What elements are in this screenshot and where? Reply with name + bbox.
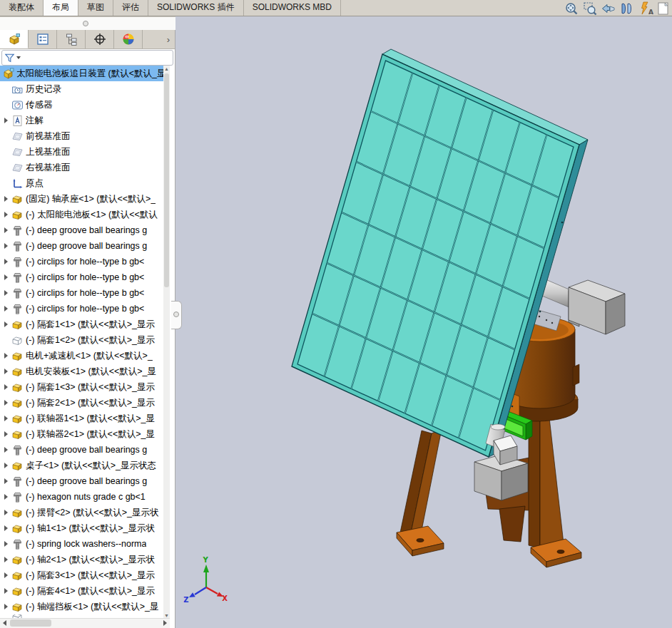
- expand-arrow-icon[interactable]: [4, 447, 8, 453]
- hide-show-annotations-icon[interactable]: [638, 1, 653, 16]
- tab-propertymanager[interactable]: [29, 30, 57, 48]
- tree-item[interactable]: 上视基准面: [0, 144, 163, 160]
- previous-view-icon[interactable]: [601, 1, 616, 16]
- tree-horizontal-scrollbar[interactable]: [0, 618, 170, 628]
- tree-item[interactable]: 电机安装板<1> (默认<<默认>_显: [0, 364, 163, 379]
- tree-item[interactable]: (-) 轴端挡板<1> (默认<<默认>_显: [0, 599, 163, 614]
- panel-grip-dot[interactable]: [83, 21, 88, 26]
- zoom-fit-icon[interactable]: [564, 1, 579, 16]
- expand-arrow-icon[interactable]: [4, 431, 8, 437]
- tree-item[interactable]: (-) deep groove ball bearings g: [0, 473, 163, 489]
- expand-arrow-icon[interactable]: [4, 588, 8, 594]
- right-leg[interactable]: [529, 418, 581, 567]
- vertical-scroll-thumb[interactable]: [164, 73, 169, 287]
- tree-item[interactable]: 传感器: [0, 97, 163, 113]
- tree-item[interactable]: (-) circlips for hole--type b gb<: [0, 285, 163, 301]
- expand-arrow-icon[interactable]: [4, 321, 8, 327]
- tree-item[interactable]: (-) 隔套1<1> (默认<<默认>_显示: [0, 316, 163, 332]
- expand-arrow-icon[interactable]: [4, 557, 8, 562]
- tree-item[interactable]: 注解: [0, 113, 163, 128]
- front-bearing-block[interactable]: [494, 436, 517, 465]
- graphics-viewport[interactable]: Y X Z: [175, 16, 672, 628]
- tree-item[interactable]: (固定) 轴承座<1> (默认<<默认>_: [0, 191, 163, 207]
- tree-item[interactable]: (-) circlips for hole--type b gb<: [0, 269, 163, 285]
- left-leg[interactable]: [397, 429, 444, 556]
- panel-tabs-overflow-chevron[interactable]: ›: [162, 30, 175, 48]
- right-motor-box[interactable]: [569, 280, 625, 334]
- tree-item[interactable]: (-) 太阳能电池板<1> (默认<<默认: [0, 207, 163, 222]
- expand-arrow-icon[interactable]: [4, 353, 8, 359]
- expand-arrow-icon[interactable]: [4, 212, 8, 217]
- expand-slot: [0, 321, 11, 327]
- tree-item-label: 传感器: [26, 99, 53, 111]
- expand-arrow-icon[interactable]: [4, 227, 8, 233]
- expand-arrow-icon[interactable]: [4, 494, 8, 500]
- tree-item[interactable]: (-) circlips for hole--type b gb<: [0, 301, 163, 316]
- expand-arrow-icon[interactable]: [4, 259, 8, 264]
- tab-sketch[interactable]: 草图: [78, 0, 113, 16]
- tree-item-root[interactable]: 太阳能电池板追日装置 (默认<默认_显: [0, 66, 163, 81]
- expand-arrow-icon[interactable]: [4, 118, 8, 123]
- tree-item[interactable]: 前视基准面: [0, 128, 163, 144]
- expand-arrow-icon[interactable]: [4, 369, 8, 374]
- tree-item[interactable]: 原点: [0, 175, 163, 191]
- tree-item[interactable]: 右视基准面: [0, 160, 163, 175]
- scroll-left-icon[interactable]: [3, 620, 6, 626]
- tab-displaymanager[interactable]: [114, 30, 143, 48]
- tree-item[interactable]: 历史记录: [0, 81, 163, 97]
- expand-arrow-icon[interactable]: [4, 416, 8, 421]
- expand-arrow-icon[interactable]: [4, 290, 8, 296]
- tree-item[interactable]: (-) 隔套4<1> (默认<<默认>_显示: [0, 583, 163, 599]
- tab-assembly[interactable]: 装配体: [0, 0, 44, 16]
- tree-item[interactable]: (-) circlips for hole--type b gb<: [0, 254, 163, 269]
- tree-item[interactable]: (-) 隔套1<2> (默认<<默认>_显示: [0, 332, 163, 348]
- section-view-icon[interactable]: [619, 1, 635, 16]
- expand-arrow-icon[interactable]: [4, 604, 8, 609]
- tree-item[interactable]: (-) 隔套3<1> (默认<<默认>_显示: [0, 567, 163, 583]
- horizontal-scroll-thumb[interactable]: [10, 619, 51, 627]
- tree-item[interactable]: (-) deep groove ball bearings g: [0, 222, 163, 238]
- tree-filter-input[interactable]: [1, 50, 173, 66]
- sheet-icon[interactable]: [656, 1, 672, 16]
- tab-featuremanager-tree[interactable]: [0, 30, 29, 48]
- tab-layout[interactable]: 布局: [44, 0, 78, 16]
- tab-solidworks-mbd[interactable]: SOLIDWORKS MBD: [244, 0, 341, 16]
- scroll-up-icon[interactable]: ▲: [163, 66, 170, 72]
- expand-arrow-icon[interactable]: [4, 572, 8, 578]
- expand-arrow-icon[interactable]: [4, 541, 8, 547]
- tree-item[interactable]: 电机+减速机<1> (默认<<默认>_: [0, 348, 163, 364]
- tree-item[interactable]: (-) spring lock washers--norma: [0, 536, 163, 552]
- tree-item[interactable]: (-) hexagon nuts grade c gb<1: [0, 489, 163, 505]
- tree-vertical-scrollbar[interactable]: ▲ ▼: [163, 66, 170, 619]
- expand-arrow-icon[interactable]: [4, 463, 8, 468]
- zoom-area-icon[interactable]: [582, 1, 598, 16]
- triad-y-label: Y: [202, 556, 208, 564]
- tab-dimxpertmanager[interactable]: [86, 30, 114, 48]
- tree-item-label: (固定) 轴承座<1> (默认<<默认>_: [26, 193, 156, 205]
- expand-arrow-icon[interactable]: [4, 400, 8, 406]
- orientation-triad[interactable]: Y X Z: [183, 556, 228, 604]
- expand-arrow-icon[interactable]: [4, 510, 8, 515]
- tree-item[interactable]: (-) deep groove ball bearings g: [0, 238, 163, 254]
- expand-arrow-icon[interactable]: [4, 478, 8, 484]
- tree-item[interactable]: (-) 联轴器1<1> (默认<<默认>_显: [0, 411, 163, 426]
- expand-arrow-icon[interactable]: [4, 525, 8, 531]
- tree-item[interactable]: (-) 隔套2<1> (默认<<默认>_显示: [0, 395, 163, 411]
- tree-item[interactable]: (-) 轴1<1> (默认<<默认>_显示状: [0, 520, 163, 536]
- expand-arrow-icon[interactable]: [4, 196, 8, 202]
- tree-item[interactable]: (-) 联轴器2<1> (默认<<默认>_显: [0, 426, 163, 442]
- tab-evaluate[interactable]: 评估: [113, 0, 148, 16]
- tree-item[interactable]: (-) 隔套1<3> (默认<<默认>_显示: [0, 379, 163, 395]
- tree-item[interactable]: (-) deep groove ball bearings g: [0, 442, 163, 458]
- expand-arrow-icon[interactable]: [4, 306, 8, 312]
- tree-item[interactable]: (-) 摆臂<2> (默认<<默认>_显示状: [0, 505, 163, 520]
- expand-arrow-icon[interactable]: [4, 274, 8, 280]
- part-icon: [11, 381, 24, 393]
- tree-item[interactable]: 桌子<1> (默认<<默认>_显示状态: [0, 458, 163, 473]
- tree-item[interactable]: (-) 轴2<1> (默认<<默认>_显示状: [0, 552, 163, 567]
- tab-configurationmanager[interactable]: [57, 30, 86, 48]
- tab-solidworks-addins[interactable]: SOLIDWORKS 插件: [148, 0, 244, 16]
- scroll-right-icon[interactable]: [163, 620, 167, 626]
- expand-arrow-icon[interactable]: [4, 384, 8, 390]
- expand-arrow-icon[interactable]: [4, 243, 8, 249]
